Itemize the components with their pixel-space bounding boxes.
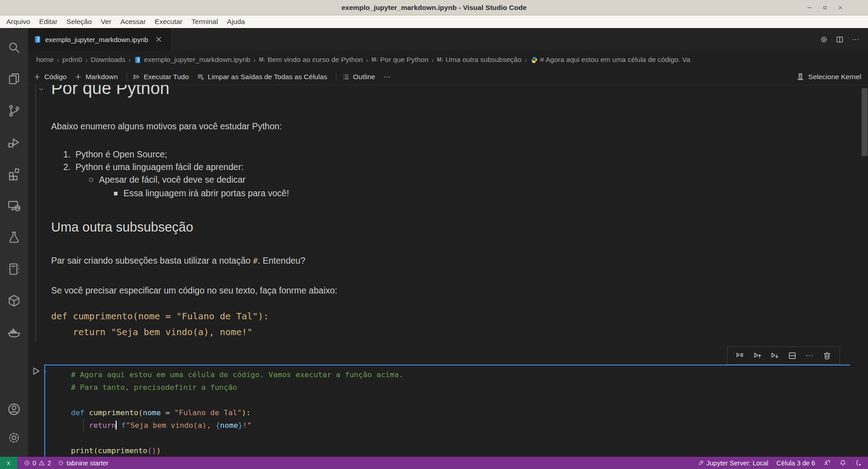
extensions-icon[interactable] [7,167,21,181]
tabnine-status[interactable]: tabnine starter [57,460,108,467]
section-collapse-chevron-icon[interactable] [38,85,45,93]
markdown-symbol-icon: M↓ [372,57,378,63]
run-cell-button[interactable] [31,366,41,376]
package-icon[interactable] [7,294,21,308]
code-token: ) [242,408,246,417]
search-icon[interactable] [7,40,21,55]
menu-executar[interactable]: Executar [150,18,187,26]
remote-indicator[interactable] [0,457,17,469]
code-token: nome [220,421,238,430]
menu-terminal[interactable]: Terminal [187,18,223,26]
code-token: !" [243,421,252,430]
tab-exemplo-jupyter-markdown[interactable]: exemplo_jupyter_markdown.ipynb [28,28,172,51]
split-cell-button[interactable] [788,351,797,360]
activity-bar-top [0,28,28,340]
split-editor-icon[interactable] [835,35,844,44]
breadcrumb-item-por-que-python[interactable]: M↓Por que Python [372,56,429,64]
feedback-icon[interactable] [823,459,831,467]
error-icon [24,460,30,466]
code-token: ( [147,446,152,455]
tabnine-label: tabnine starter [66,460,108,467]
breadcrumb-item-bem-vindo-ao-curso-de-python[interactable]: M↓Bem vindo ao curso de Python [259,56,363,64]
notebook-editor: Por que Python Abaixo enumero alguns mot… [28,85,868,457]
toolbar-label: Código [44,73,66,81]
bell-icon[interactable] [839,459,847,467]
code-token: ) [156,446,161,455]
toolbar-more-actions-button[interactable] [383,73,391,81]
menu-selec-a-o[interactable]: Seleção [62,18,96,26]
code-token: nome [143,408,161,417]
breadcrumb-item-home[interactable]: home [36,56,54,64]
breadcrumb-separator: › [525,56,527,64]
warning-count: 2 [47,460,51,467]
trash-button[interactable] [822,351,832,360]
toolbar-markdown-button[interactable]: Markdown [74,73,118,81]
run-debug-icon[interactable] [7,135,21,150]
code-line: # Agora aqui estou em uma célula de códi… [71,369,403,381]
close-button[interactable] [837,5,844,11]
menu-ajuda[interactable]: Ajuda [222,18,250,26]
minimize-button[interactable] [807,5,813,11]
breadcrumb-label: Downloads [91,56,126,64]
markdown-heading-1: Por que Python [51,85,170,98]
code-token: print [71,446,94,455]
code-token: "Fulano de Tal" [175,408,242,417]
editor-scrollbar[interactable] [862,88,868,156]
cell-indicator[interactable]: Célula 3 de 6 [777,460,815,467]
jupyter-server-status[interactable]: Jupyter Server: Local [698,460,769,467]
breadcrumb-item-prdm0[interactable]: prdm0 [62,56,82,64]
breadcrumb-item-agora-aqui-estou-em-uma-ce-lula-de-co-di[interactable]: # Agora aqui estou em uma célula de códi… [530,56,690,64]
code-cell-left-border [44,365,45,457]
editor-actions [820,28,868,51]
paragraph-text: Par sair criando subseções basta utiliza… [51,256,253,265]
code-cell-editor[interactable]: # Agora aqui estou em uma célula de códi… [71,369,403,457]
list-item-text: Python é uma linguagem fácil de aprender… [75,162,244,172]
account-icon[interactable] [7,402,21,417]
remote-explorer-icon[interactable] [7,199,21,213]
menu-editar[interactable]: Editar [35,18,62,26]
code-token: cumprimento [98,446,147,455]
activity-bar-bottom [0,402,28,445]
jupyter-server-label: Jupyter Server: Local [707,460,769,467]
code-token: } [238,421,243,430]
run-by-line-button[interactable] [735,351,745,360]
execute-below-button[interactable] [770,351,779,360]
settings-gear-icon[interactable] [7,431,21,445]
markdown-code-block: def cumprimento(nome = "Fulano de Tal"):… [51,308,269,340]
breadcrumb-item-downloads[interactable]: Downloads [91,56,126,64]
source-control-icon[interactable] [7,104,21,118]
markdown-cell-border [35,86,36,342]
list-item-1: 1.Python é Open Source; [63,149,167,160]
sub-list-item-text: Apesar de fácil, você deve se dedicar [99,175,245,185]
toolbar-outline-button[interactable]: Outline [342,73,375,81]
tab-close-icon[interactable] [155,35,163,43]
menu-acessar[interactable]: Acessar [116,18,150,26]
braces-dot-icon[interactable] [855,459,863,467]
code-line [71,432,403,445]
maximize-button[interactable] [822,5,828,11]
breadcrumb-item-uma-outra-subsubsec-a-o[interactable]: M↓Uma outra subsubseção [437,56,522,64]
code-token [85,408,89,417]
menu-arquivo[interactable]: Arquivo [2,18,35,26]
toolbar-separator [336,73,336,81]
gear-icon[interactable] [820,35,828,44]
breadcrumb-item-exemplo-jupyter-markdown-ipynb[interactable]: exemplo_jupyter_markdown.ipynb [134,56,250,64]
sub-list-item: Apesar de fácil, você deve se dedicar [89,175,245,185]
select-kernel-button[interactable]: Selecione Kernel [796,72,868,81]
clear-outputs-icon [197,73,205,81]
toolbar-co-digo-button[interactable]: Código [33,73,66,81]
files-icon[interactable] [7,72,21,86]
menu-ver[interactable]: Ver [96,18,116,26]
ellipsis-icon[interactable] [851,35,860,44]
docker-icon[interactable] [7,325,21,340]
status-bar-right: Jupyter Server: Local Célula 3 de 6 [693,459,868,467]
code-token: : [246,408,250,417]
toolbar-limpar-as-sai-das-de-todas-as-ce-lulas-button[interactable]: Limpar as Saídas de Todas as Células [197,73,327,81]
toolbar-executar-tudo-button[interactable]: Executar Tudo [132,73,189,81]
execute-above-button[interactable] [753,351,762,360]
notebook-journal-icon[interactable] [7,262,21,276]
ellipsis-button[interactable] [805,351,814,360]
problems-indicator[interactable]: 0 2 [24,460,51,467]
code-line [71,394,403,407]
testing-icon[interactable] [7,230,21,245]
